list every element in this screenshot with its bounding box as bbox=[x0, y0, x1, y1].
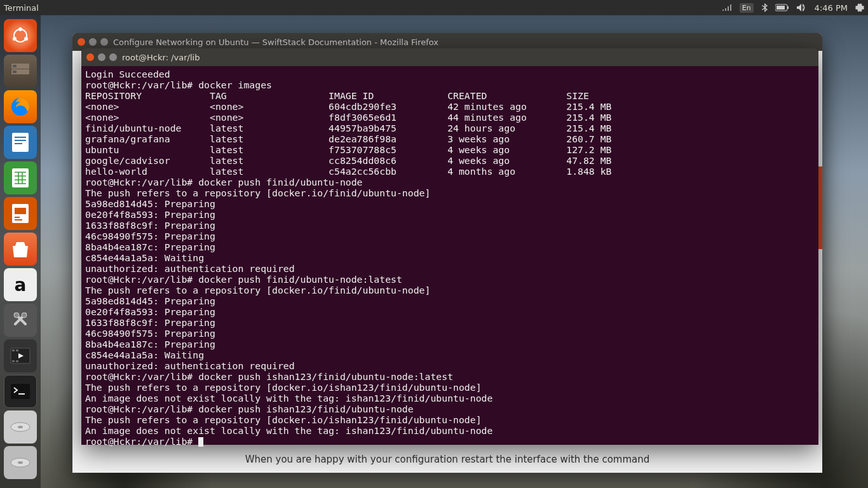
active-app-title[interactable]: Terminal bbox=[4, 3, 39, 13]
terminal-window[interactable]: root@Hckr: /var/lib Login Succeeded root… bbox=[81, 48, 818, 445]
svg-rect-1 bbox=[787, 6, 789, 9]
files-icon[interactable] bbox=[4, 55, 37, 88]
svg-point-4 bbox=[18, 27, 22, 31]
clock[interactable]: 4:46 PM bbox=[815, 3, 848, 13]
svg-rect-12 bbox=[12, 133, 29, 152]
svg-rect-16 bbox=[12, 168, 29, 187]
svg-rect-28 bbox=[11, 384, 30, 399]
video-icon[interactable] bbox=[4, 339, 37, 372]
svg-point-21 bbox=[14, 313, 19, 318]
settings-icon[interactable] bbox=[4, 304, 37, 337]
svg-rect-13 bbox=[15, 137, 26, 138]
firefox-icon[interactable] bbox=[4, 90, 37, 123]
svg-point-6 bbox=[24, 37, 28, 41]
amazon-icon[interactable]: a bbox=[4, 268, 37, 301]
bluetooth-icon[interactable] bbox=[761, 3, 768, 12]
svg-point-22 bbox=[22, 313, 27, 318]
calc-icon[interactable] bbox=[4, 161, 37, 194]
svg-rect-2 bbox=[776, 6, 785, 10]
svg-rect-19 bbox=[15, 217, 20, 218]
terminal-launcher-icon[interactable] bbox=[4, 375, 37, 408]
terminal-output[interactable]: Login Succeeded root@Hckr:/var/lib# dock… bbox=[81, 66, 818, 449]
network-icon[interactable] bbox=[722, 4, 732, 11]
sound-icon[interactable] bbox=[797, 3, 807, 12]
impress-icon[interactable] bbox=[4, 197, 37, 230]
svg-rect-27 bbox=[16, 360, 18, 362]
terminal-minimize-button[interactable] bbox=[98, 53, 105, 61]
svg-point-5 bbox=[13, 37, 17, 41]
svg-rect-18 bbox=[15, 208, 26, 214]
unity-launcher: a bbox=[0, 15, 41, 488]
svg-rect-25 bbox=[16, 349, 18, 351]
firefox-minimize-button[interactable] bbox=[89, 38, 97, 46]
software-center-icon[interactable] bbox=[4, 233, 37, 266]
battery-icon[interactable] bbox=[775, 4, 789, 11]
svg-rect-14 bbox=[15, 140, 26, 141]
terminal-cursor bbox=[198, 437, 203, 447]
terminal-window-title: root@Hckr: /var/lib bbox=[122, 53, 200, 62]
svg-rect-10 bbox=[13, 71, 17, 73]
terminal-maximize-button[interactable] bbox=[109, 53, 117, 61]
terminal-titlebar[interactable]: root@Hckr: /var/lib bbox=[81, 48, 818, 66]
svg-rect-24 bbox=[12, 349, 15, 351]
disk-icon-2[interactable] bbox=[4, 446, 37, 479]
svg-rect-15 bbox=[15, 143, 22, 144]
firefox-page-text: When you are happy with your configurati… bbox=[72, 454, 822, 465]
terminal-close-button[interactable] bbox=[86, 53, 94, 61]
firefox-maximize-button[interactable] bbox=[100, 38, 108, 46]
svg-rect-9 bbox=[13, 65, 17, 67]
writer-icon[interactable] bbox=[4, 126, 37, 159]
disk-icon-1[interactable] bbox=[4, 410, 37, 444]
svg-point-32 bbox=[18, 461, 23, 464]
firefox-close-button[interactable] bbox=[78, 38, 85, 46]
svg-point-30 bbox=[18, 426, 23, 428]
dash-icon[interactable] bbox=[4, 19, 37, 52]
system-gear-icon[interactable] bbox=[855, 3, 864, 12]
keyboard-indicator[interactable]: En bbox=[740, 3, 754, 13]
top-menu-bar: Terminal En 4:46 PM bbox=[0, 0, 868, 15]
svg-rect-20 bbox=[15, 219, 22, 220]
svg-rect-26 bbox=[12, 360, 15, 362]
firefox-window-title: Configure Networking on Ubuntu — SwiftSt… bbox=[113, 37, 438, 47]
